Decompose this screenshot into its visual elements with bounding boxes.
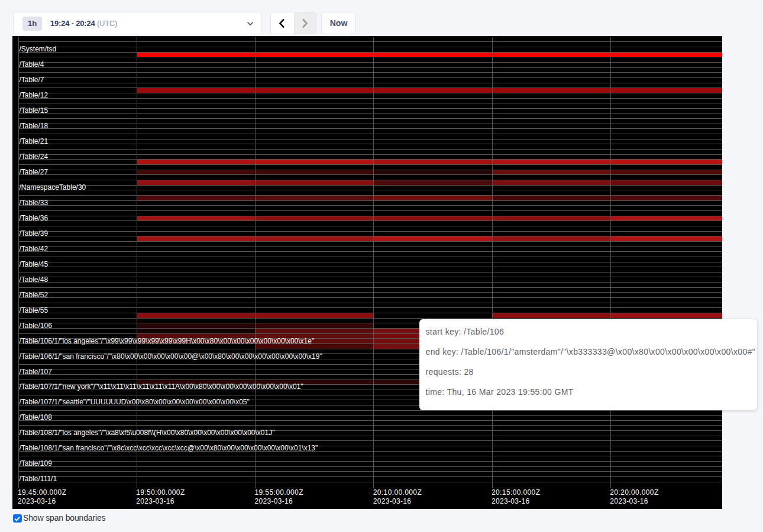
svg-text:/Table/108/1/"los angeles"/"\x: /Table/108/1/"los angeles"/"\xa8\xf5\u00… [20, 429, 275, 437]
svg-text:/Table/111/1: /Table/111/1 [20, 475, 57, 483]
svg-text:/Table/24: /Table/24 [20, 153, 49, 161]
svg-text:/Table/106: /Table/106 [20, 322, 53, 330]
svg-text:/Table/52: /Table/52 [20, 291, 49, 299]
svg-text:19:45:00.000Z: 19:45:00.000Z [18, 488, 66, 497]
svg-text:/Table/21: /Table/21 [20, 137, 49, 145]
svg-text:20:15:00.000Z: 20:15:00.000Z [492, 488, 540, 497]
svg-text:20:20:00.000Z: 20:20:00.000Z [610, 488, 658, 497]
svg-text:/Table/106/1/"los angeles"/"\x: /Table/106/1/"los angeles"/"\x99\x99\x99… [20, 337, 315, 345]
svg-text:/Table/4: /Table/4 [20, 60, 44, 69]
svg-text:2023-03-16: 2023-03-16 [18, 497, 56, 505]
svg-text:/Table/7: /Table/7 [20, 76, 44, 84]
svg-text:2023-03-16: 2023-03-16 [492, 497, 529, 505]
svg-text:/Table/108: /Table/108 [20, 413, 53, 421]
svg-text:19:50:00.000Z: 19:50:00.000Z [136, 488, 185, 497]
svg-text:/Table/106/1/"san francisco"/": /Table/106/1/"san francisco"/"\x80\x00\x… [20, 352, 322, 361]
svg-text:/Table/108/1/"san francisco"/": /Table/108/1/"san francisco"/"\x8c\xcc\x… [20, 444, 318, 452]
svg-text:2023-03-16: 2023-03-16 [610, 497, 648, 505]
svg-text:/Table/107/1/"seattle"/"UUUUUU: /Table/107/1/"seattle"/"UUUUUUD\x00\x80\… [20, 398, 250, 406]
svg-text:/Table/55: /Table/55 [20, 306, 49, 314]
svg-text:/Table/109: /Table/109 [20, 459, 53, 468]
svg-text:/Table/27: /Table/27 [20, 168, 49, 176]
svg-text:20:10:00.000Z: 20:10:00.000Z [373, 488, 422, 497]
svg-text:/Table/33: /Table/33 [20, 199, 49, 207]
svg-text:/Table/45: /Table/45 [20, 260, 49, 268]
svg-text:/Table/39: /Table/39 [20, 229, 49, 238]
svg-text:/Table/12: /Table/12 [20, 91, 49, 99]
svg-text:/Table/107: /Table/107 [20, 368, 53, 376]
svg-text:/System/tsd: /System/tsd [20, 45, 57, 53]
svg-text:/Table/48: /Table/48 [20, 275, 49, 284]
svg-text:/Table/36: /Table/36 [20, 214, 49, 222]
svg-text:2023-03-16: 2023-03-16 [136, 497, 174, 505]
svg-text:19:55:00.000Z: 19:55:00.000Z [255, 488, 303, 497]
svg-text:/Table/107/1/"new york"/"\x11\: /Table/107/1/"new york"/"\x11\x11\x11\x1… [20, 382, 303, 391]
svg-text:/NamespaceTable/30: /NamespaceTable/30 [20, 183, 86, 192]
svg-text:2023-03-16: 2023-03-16 [255, 497, 293, 505]
svg-text:2023-03-16: 2023-03-16 [373, 497, 411, 505]
svg-text:/Table/18: /Table/18 [20, 122, 49, 130]
svg-text:/Table/42: /Table/42 [20, 245, 49, 253]
svg-text:/Table/15: /Table/15 [20, 106, 49, 115]
